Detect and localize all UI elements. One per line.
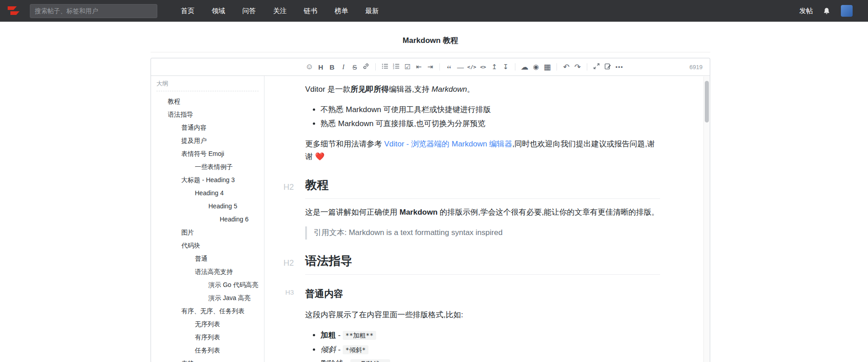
ordered-list-button[interactable]: 123 bbox=[391, 61, 402, 73]
outline-item[interactable]: 有序列表 bbox=[151, 331, 264, 344]
redo-button[interactable]: ↷ bbox=[572, 61, 583, 73]
paragraph: Vditor 是一款所见即所得编辑器,支持 Markdown。 bbox=[305, 83, 660, 96]
outline-item[interactable]: 演示 Java 高亮 bbox=[151, 291, 264, 305]
outline-item[interactable]: 教程 bbox=[151, 95, 264, 108]
upload-cloud-icon: ☁ bbox=[521, 62, 528, 72]
link-button[interactable] bbox=[360, 61, 372, 73]
record-button[interactable]: ◉ bbox=[530, 61, 542, 73]
quote-icon: “ bbox=[447, 62, 452, 71]
inline-code-button[interactable]: <> bbox=[477, 61, 489, 73]
nav-item-domains[interactable]: 领域 bbox=[212, 7, 225, 15]
markdown-editor: ☺ H B I S bbox=[151, 58, 710, 362]
nav-item-follow[interactable]: 关注 bbox=[273, 7, 287, 15]
paragraph: 更多细节和用法请参考 Vditor - 浏览器端的 Markdown 编辑器,同… bbox=[305, 138, 660, 164]
svg-text:3: 3 bbox=[393, 67, 394, 70]
outline-item[interactable]: 代码块 bbox=[151, 239, 264, 252]
bullet-list-icon bbox=[382, 63, 388, 71]
insert-after-button[interactable]: ↧ bbox=[500, 61, 511, 73]
nav-item-ranklist[interactable]: 榜单 bbox=[335, 7, 348, 15]
inline-code-icon: <> bbox=[480, 64, 486, 70]
indent-button[interactable]: ⇥ bbox=[425, 61, 436, 73]
nav-item-recent[interactable]: 最新 bbox=[365, 7, 379, 15]
nav-item-qna[interactable]: 问答 bbox=[242, 7, 256, 15]
record-icon: ◉ bbox=[533, 63, 539, 71]
ordered-list-icon: 123 bbox=[393, 63, 400, 71]
outline-item[interactable]: Heading 4 bbox=[151, 187, 264, 200]
editor-content[interactable]: Vditor 是一款所见即所得编辑器,支持 Markdown。 不熟悉 Mark… bbox=[264, 76, 710, 362]
search-input[interactable] bbox=[30, 4, 157, 18]
heading-level-marker: H2 bbox=[283, 180, 294, 194]
outline-item[interactable]: 任务列表 bbox=[151, 344, 264, 357]
toolbar-divider bbox=[439, 63, 440, 71]
toolbar-divider bbox=[515, 63, 515, 71]
outline-item[interactable]: 表情符号 Emoji bbox=[151, 147, 264, 160]
outline-item[interactable]: 普通内容 bbox=[151, 121, 264, 134]
more-ellipsis-icon: ⋯ bbox=[615, 62, 623, 72]
italic-icon: I bbox=[342, 63, 344, 71]
outdent-button[interactable]: ⇤ bbox=[413, 61, 425, 73]
insert-before-button[interactable]: ↥ bbox=[489, 61, 500, 73]
undo-button[interactable]: ↶ bbox=[561, 61, 572, 73]
toolbar-divider bbox=[375, 63, 376, 71]
table-button[interactable]: ▦ bbox=[542, 61, 553, 73]
upload-button[interactable]: ☁ bbox=[519, 61, 530, 73]
site-logo-icon[interactable] bbox=[7, 5, 21, 17]
more-button[interactable]: ⋯ bbox=[613, 61, 625, 73]
redo-icon: ↷ bbox=[574, 62, 580, 72]
nav-item-books[interactable]: 链书 bbox=[304, 7, 317, 15]
outline-item[interactable]: 普通 bbox=[151, 252, 264, 265]
outline-item[interactable]: 提及用户 bbox=[151, 134, 264, 147]
check-list-button[interactable]: ☑ bbox=[402, 61, 413, 73]
heading-level-marker: H2 bbox=[283, 256, 294, 270]
toolbar-divider bbox=[587, 63, 587, 71]
new-post-button[interactable]: 发帖 bbox=[799, 7, 813, 15]
nav-item-home[interactable]: 首页 bbox=[181, 7, 194, 15]
horizontal-rule-icon: — bbox=[457, 63, 464, 71]
heading-syntax: H2语法指导 bbox=[305, 251, 660, 275]
heart-emoji: ❤️ bbox=[315, 152, 325, 161]
edit-mode-button[interactable] bbox=[602, 61, 613, 73]
link-icon bbox=[363, 63, 369, 71]
scrollbar-thumb[interactable] bbox=[705, 81, 709, 122]
headings-button[interactable]: H bbox=[315, 61, 326, 73]
outline-item[interactable]: 语法指导 bbox=[151, 108, 264, 121]
user-avatar[interactable] bbox=[841, 5, 853, 17]
editor-toolbar: ☺ H B I S bbox=[151, 58, 710, 76]
list-item: 不熟悉 Markdown 可使用工具栏或快捷键进行排版 bbox=[321, 103, 660, 117]
insert-after-icon: ↧ bbox=[503, 63, 509, 71]
code-block-button[interactable]: </> bbox=[466, 61, 477, 73]
emoji-button[interactable]: ☺ bbox=[304, 61, 315, 73]
outline-item[interactable]: 表格 bbox=[151, 357, 264, 362]
bullet-list: 不熟悉 Markdown 可使用工具栏或快捷键进行排版 熟悉 Markdown … bbox=[305, 103, 660, 131]
page-title: Markdown 教程 bbox=[151, 22, 710, 52]
outline-item[interactable]: 有序、无序、任务列表 bbox=[151, 305, 264, 318]
outline-item[interactable]: Heading 5 bbox=[151, 200, 264, 213]
main-nav: 首页 领域 问答 关注 链书 榜单 最新 bbox=[181, 7, 379, 15]
bold-button[interactable]: B bbox=[326, 61, 338, 73]
outline-item[interactable]: 语法高亮支持 bbox=[151, 265, 264, 278]
horizontal-rule-button[interactable]: — bbox=[455, 61, 466, 73]
strikethrough-icon: S bbox=[352, 63, 357, 71]
notifications-bell-icon[interactable] bbox=[823, 7, 831, 15]
outline-item[interactable]: 无序列表 bbox=[151, 318, 264, 331]
outline-item[interactable]: 一些表情例子 bbox=[151, 160, 264, 174]
emoji-icon: ☺ bbox=[306, 62, 313, 71]
vditor-link[interactable]: Vditor - 浏览器端的 Markdown 编辑器 bbox=[384, 140, 512, 148]
blockquote: 引用文本: Markdown is a text formatting synt… bbox=[305, 226, 660, 240]
list-button[interactable] bbox=[379, 61, 391, 73]
outline-item[interactable]: 图片 bbox=[151, 226, 264, 239]
edit-mode-icon bbox=[604, 63, 611, 71]
quote-button[interactable]: “ bbox=[443, 61, 455, 73]
italic-button[interactable]: I bbox=[338, 61, 349, 73]
heading-tutorial: H2教程 bbox=[305, 175, 660, 199]
outline-item[interactable]: 大标题 - Heading 3 bbox=[151, 174, 264, 187]
outline-item[interactable]: Heading 6 bbox=[151, 213, 264, 226]
headings-icon: H bbox=[318, 63, 323, 71]
indent-icon: ⇥ bbox=[427, 63, 433, 71]
outline-title: 大纲 bbox=[156, 80, 259, 91]
outline-item[interactable]: 演示 Go 代码高亮 bbox=[151, 278, 264, 291]
content-scrollbar[interactable] bbox=[703, 76, 710, 362]
fullscreen-button[interactable] bbox=[591, 61, 602, 73]
strike-button[interactable]: S bbox=[349, 61, 360, 73]
heading-level-marker: H3 bbox=[285, 287, 294, 298]
